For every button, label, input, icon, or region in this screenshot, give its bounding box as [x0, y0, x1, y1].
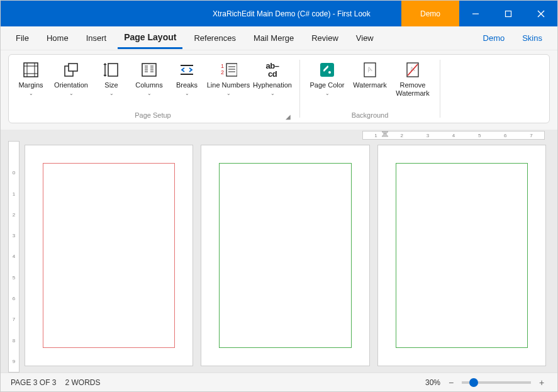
dialog-launcher-icon[interactable]: ◢: [286, 113, 291, 120]
breaks-button[interactable]: Breaks ⌄: [169, 59, 205, 99]
close-icon: [537, 10, 545, 18]
margins-button[interactable]: Margins ⌄: [13, 59, 49, 99]
line-numbers-icon: 12: [220, 61, 237, 79]
document-page[interactable]: [25, 145, 193, 366]
page-margin-outline: [396, 163, 528, 348]
indent-marker-icon[interactable]: [382, 129, 388, 139]
menu-bar: File Home Insert Page Layout References …: [1, 26, 557, 50]
ruler-tick: 3: [9, 225, 19, 246]
watermark-button[interactable]: A Watermark: [349, 59, 391, 98]
document-area[interactable]: 1 2 3 4 5 6 7 0 1 2 3 4 5 6 7 8 9: [1, 130, 557, 372]
ruler-tick: 3: [415, 133, 440, 138]
remove-watermark-button[interactable]: A Remove Watermark: [392, 59, 433, 100]
orientation-button[interactable]: Orientation ⌄: [50, 59, 92, 99]
remove-watermark-label: Remove Watermark: [392, 81, 433, 98]
breaks-icon: [178, 61, 196, 79]
columns-button[interactable]: Columns ⌄: [131, 59, 167, 99]
breaks-label: Breaks: [176, 81, 198, 89]
page-color-icon: [318, 61, 336, 79]
maximize-icon: [505, 10, 512, 18]
chevron-down-icon: ⌄: [29, 91, 33, 97]
chevron-down-icon: ⌄: [147, 91, 152, 97]
line-numbers-button[interactable]: 12 Line Numbers ⌄: [206, 59, 250, 99]
chevron-down-icon: ⌄: [109, 91, 114, 97]
menu-insert[interactable]: Insert: [80, 28, 113, 48]
line-numbers-label: Line Numbers: [207, 81, 250, 89]
ruler-tick: 5: [9, 267, 19, 288]
ruler-tick: 7: [518, 133, 544, 138]
svg-rect-30: [320, 63, 334, 77]
ribbon-group-page-setup: Margins ⌄ Orientation ⌄ Size ⌄: [9, 55, 297, 123]
demo-button[interactable]: Demo: [401, 1, 459, 26]
ribbon-divider: [299, 60, 300, 118]
menu-review[interactable]: Review: [305, 28, 345, 48]
chevron-down-icon: ⌄: [226, 91, 231, 97]
orientation-label: Orientation: [54, 81, 88, 89]
zoom-percent[interactable]: 30%: [425, 378, 440, 387]
ribbon-group-label-page-setup: Page Setup: [9, 110, 297, 123]
margins-label: Margins: [18, 81, 43, 89]
svg-rect-1: [506, 11, 511, 16]
menu-references[interactable]: References: [187, 28, 242, 48]
minimize-button[interactable]: [459, 1, 492, 26]
chevron-down-icon: ⌄: [325, 91, 330, 97]
hyphenation-button[interactable]: ab–cd Hyphenation ⌄: [252, 59, 293, 99]
word-count[interactable]: 2 WORDS: [65, 378, 100, 387]
menu-file[interactable]: File: [9, 28, 35, 48]
zoom-in-button[interactable]: +: [536, 377, 547, 388]
ruler-tick: 2: [9, 204, 19, 225]
svg-marker-38: [382, 133, 388, 137]
window-title: XtraRichEdit Main Demo (C# code) - First…: [213, 1, 371, 26]
vertical-ruler[interactable]: 0 1 2 3 4 5 6 7 8 9: [8, 141, 20, 372]
svg-text:A: A: [366, 65, 373, 74]
menu-mail-merge[interactable]: Mail Merge: [247, 28, 300, 48]
hyphenation-label: Hyphenation: [253, 81, 292, 89]
orientation-icon: [62, 61, 80, 79]
menu-link-skins[interactable]: Skins: [516, 30, 549, 47]
document-page[interactable]: [377, 145, 546, 366]
horizontal-ruler[interactable]: 1 2 3 4 5 6 7: [1, 130, 557, 141]
columns-icon: [140, 61, 158, 79]
close-button[interactable]: [525, 1, 557, 26]
page-margin-outline: [219, 163, 351, 348]
page-info[interactable]: PAGE 3 OF 3: [11, 378, 56, 387]
ruler-tick: 4: [9, 246, 19, 267]
minimize-icon: [472, 10, 479, 18]
menu-page-layout[interactable]: Page Layout: [118, 27, 182, 49]
ruler-tick: 1: [9, 184, 19, 204]
zoom-controls: 30% − +: [425, 377, 547, 388]
zoom-out-button[interactable]: −: [445, 377, 457, 388]
status-bar: PAGE 3 OF 3 2 WORDS 30% − +: [1, 372, 557, 391]
ruler-tick: 7: [9, 309, 19, 330]
menu-link-demo[interactable]: Demo: [477, 30, 511, 47]
zoom-slider-thumb[interactable]: [469, 378, 478, 387]
menu-view[interactable]: View: [350, 28, 380, 48]
svg-rect-13: [142, 64, 156, 76]
watermark-icon: A: [361, 61, 379, 79]
title-bar: XtraRichEdit Main Demo (C# code) - First…: [1, 1, 557, 26]
page-color-button[interactable]: Page Color ⌄: [306, 59, 348, 99]
svg-point-31: [328, 71, 331, 74]
ruler-tick: [9, 142, 19, 162]
ruler-tick: 6: [493, 133, 518, 138]
page-margin-outline: [43, 163, 175, 348]
ribbon-divider: [440, 60, 440, 118]
remove-watermark-icon: A: [404, 61, 421, 79]
pages-container: [25, 145, 546, 366]
ruler-tick: 6: [9, 288, 19, 309]
menu-home[interactable]: Home: [40, 28, 75, 48]
chevron-down-icon: ⌄: [271, 91, 275, 97]
maximize-button[interactable]: [492, 1, 525, 26]
size-button[interactable]: Size ⌄: [93, 59, 130, 99]
page-color-label: Page Color: [310, 81, 344, 89]
ruler-tick: 4: [440, 133, 466, 138]
margins-icon: [22, 61, 40, 79]
document-page[interactable]: [201, 145, 369, 366]
ribbon-group-label-background: Background: [303, 110, 437, 123]
ribbon: Margins ⌄ Orientation ⌄ Size ⌄: [1, 50, 557, 130]
watermark-label: Watermark: [353, 81, 386, 89]
size-icon: [103, 61, 120, 79]
svg-text:2: 2: [221, 69, 224, 76]
ruler-tick: 8: [9, 330, 19, 350]
zoom-slider[interactable]: [462, 381, 531, 384]
